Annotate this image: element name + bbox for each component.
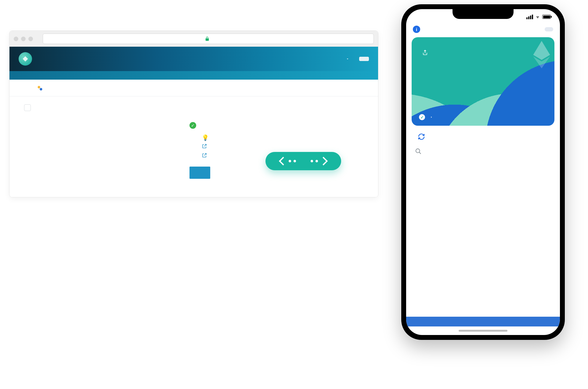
external-link-icon	[202, 153, 207, 158]
dot-icon	[311, 160, 313, 162]
token-search[interactable]	[413, 145, 553, 157]
lock-icon	[205, 36, 210, 41]
balance-card[interactable]: ✓	[412, 37, 554, 126]
address-row[interactable]	[419, 49, 547, 56]
home-indicator	[406, 326, 560, 335]
logo-icon	[19, 52, 32, 66]
link-howto[interactable]: 💡	[202, 134, 360, 140]
access-method-column	[46, 118, 174, 179]
app-header-bar	[9, 47, 378, 71]
close-dot[interactable]	[14, 37, 18, 41]
token-list	[406, 159, 560, 160]
chevron-down-icon	[346, 57, 349, 61]
minimize-dot[interactable]	[21, 37, 26, 41]
phone-screen: i ✓	[406, 9, 560, 335]
external-link-icon	[202, 143, 207, 149]
phone-mock: i ✓	[401, 4, 565, 340]
pill-left-arrows	[280, 158, 296, 164]
lightbulb-icon: 💡	[202, 134, 207, 140]
svg-point-2	[416, 149, 420, 153]
nav-tabs	[9, 80, 378, 96]
signal-icon	[526, 15, 533, 19]
battery-icon	[542, 15, 551, 19]
gas-price-pill[interactable]	[359, 57, 369, 61]
recommended-row: ✓	[189, 122, 360, 129]
shield-check-icon: ✓	[419, 114, 425, 120]
chevron-right-icon	[430, 116, 433, 119]
system-icons	[526, 15, 551, 19]
page-title-row	[9, 96, 378, 118]
link-ios[interactable]	[202, 143, 360, 149]
p2p-connection-pill	[265, 152, 341, 170]
traffic-lights	[14, 37, 33, 41]
wifi-icon	[535, 15, 540, 19]
ethereum-logo-icon	[532, 41, 551, 68]
pill-right-arrows	[311, 158, 326, 164]
browser-chrome	[9, 31, 378, 47]
svg-point-1	[40, 88, 42, 90]
phone-notch	[453, 9, 514, 19]
collapse-toggle-icon[interactable]	[24, 104, 31, 111]
url-bar[interactable]	[43, 34, 374, 44]
info-icon[interactable]: i	[413, 26, 420, 33]
maximize-dot[interactable]	[28, 37, 33, 41]
search-icon	[415, 148, 422, 155]
browser-window: ✓ 💡	[9, 31, 378, 197]
dot-icon	[294, 160, 296, 162]
connect-button[interactable]	[189, 167, 210, 179]
tokens-header	[406, 126, 560, 142]
swap-icon	[37, 85, 43, 91]
share-icon[interactable]	[422, 49, 428, 56]
tab-swap[interactable]	[37, 85, 45, 96]
language-select[interactable]	[341, 56, 352, 62]
svg-point-0	[38, 86, 40, 88]
check-circle-icon: ✓	[189, 122, 196, 129]
app-header: i	[406, 24, 560, 37]
buy-ether-button[interactable]	[545, 27, 553, 31]
connection-bar	[406, 317, 560, 326]
chevron-right-icon	[319, 157, 328, 165]
dot-icon	[316, 160, 318, 162]
chevron-left-icon	[279, 157, 287, 165]
dot-icon	[289, 160, 291, 162]
backed-up-row[interactable]: ✓	[419, 114, 433, 120]
refresh-icon[interactable]	[418, 133, 425, 140]
app-logo[interactable]	[19, 52, 36, 66]
network-status-strip	[9, 71, 378, 80]
